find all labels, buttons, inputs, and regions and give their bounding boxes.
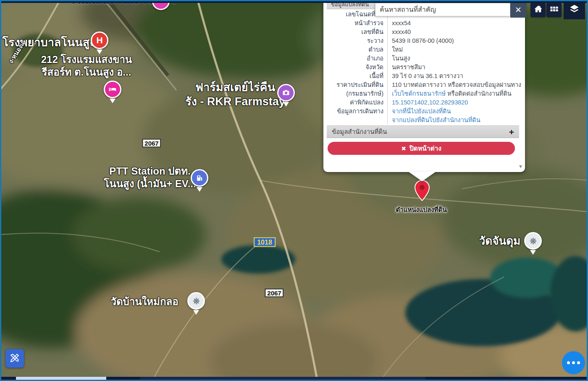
horizontal-scrollbar[interactable] [1, 377, 587, 380]
info-row-label: เลขที่ดิน [327, 28, 387, 37]
info-row-value: นครราชสีมา [387, 63, 519, 72]
info-text: หรือติดต่อสำนักงานที่ดิน [446, 90, 512, 97]
info-text: นครราชสีมา [392, 64, 425, 70]
drawing-tools-button[interactable] [5, 349, 24, 368]
info-row-value: ใหม่ [387, 45, 519, 54]
land-office-section-header[interactable]: ข้อมูลสำนักงานที่ดิน + [327, 125, 519, 138]
info-row: ค่าพิกัดแปลง15.15071402,102.28293820 [327, 98, 519, 107]
info-row: เลขที่ดินxxxx40 [327, 28, 519, 37]
info-row-value: xxxx40 [387, 28, 519, 37]
parcel-location-label: ตำแหน่งแปลงที่ดิน [396, 205, 447, 215]
info-text: 5439 II 0876-00 (4000) [392, 37, 454, 44]
scroll-down-icon[interactable]: ▾ [519, 163, 522, 170]
fuel-icon [191, 169, 208, 187]
info-row: ตำบลใหม่ [327, 45, 519, 54]
info-row-label: ค่าพิกัดแปลง [327, 98, 387, 107]
info-row-value: 39 ไร่ 0 งาน 36.1 ตารางวา [387, 72, 519, 81]
bed-icon [104, 81, 121, 98]
info-row-value: 110 บาทต่อตารางวา หรือตรวจสอบข้อมูลผ่านท… [387, 81, 521, 98]
grid-icon [549, 4, 559, 16]
info-link[interactable]: 15.15071402,102.28293820 [392, 99, 468, 106]
letter-icon: H [91, 31, 108, 49]
info-row-value: 15.15071402,102.28293820 [387, 98, 519, 107]
close-window-label: ปิดหน้าต่าง [410, 143, 441, 154]
info-row-label: ราคาประเมินที่ดิน(กรมธนารักษ์) [327, 81, 387, 98]
info-row-label: หน้าสำรวจ [327, 19, 387, 28]
more-options-button[interactable] [562, 351, 585, 374]
search-input[interactable] [375, 3, 510, 16]
search-close-button[interactable]: ✕ [510, 2, 526, 18]
info-row-value: จากที่นี่ไปยังแปลงที่ดินจากแปลงที่ดินไปย… [387, 107, 519, 125]
parcel-info-rows: เลขโฉนดที่ดินหน้าสำรวจxxxx54เลขที่ดินxxx… [327, 10, 519, 125]
scrollbar-thumb[interactable] [16, 377, 106, 380]
pin-tail [197, 187, 202, 192]
pin-tail [283, 102, 289, 107]
layers-icon [569, 3, 580, 16]
search-box [375, 3, 510, 16]
home-icon [533, 4, 543, 16]
top-edge-bar [0, 0, 588, 3]
route-shield: 2067 [142, 139, 161, 148]
parcel-location-pin[interactable] [414, 180, 430, 203]
info-row-label: ข้อมูลการเดินทาง [327, 107, 387, 125]
info-row: ราคาประเมินที่ดิน(กรมธนารักษ์)110 บาทต่อ… [327, 81, 519, 98]
info-text: โนนสูง [392, 55, 410, 62]
pin-tail [193, 310, 199, 315]
info-link[interactable]: จากที่นี่ไปยังแปลงที่ดิน [392, 108, 451, 115]
wheel-icon [524, 232, 542, 250]
info-row-label: อำเภอ [327, 54, 387, 63]
info-row-value: โนนสูง [387, 54, 519, 63]
info-row: เนื้อที่39 ไร่ 0 งาน 36.1 ตารางวา [327, 72, 519, 81]
home-button[interactable] [530, 3, 546, 17]
info-row-label: เนื้อที่ [327, 72, 387, 81]
close-x-icon: ✖ [401, 145, 406, 152]
ruler-pencil-icon [9, 352, 21, 365]
land-office-section-title: ข้อมูลสำนักงานที่ดิน [332, 127, 387, 137]
expand-plus-icon[interactable]: + [509, 128, 514, 136]
wheel-icon [187, 292, 205, 310]
route-shield: 1018 [254, 237, 276, 247]
ellipsis-icon [567, 361, 570, 364]
panel-pointer-tail [408, 172, 436, 181]
info-row: หน้าสำรวจxxxx54 [327, 19, 519, 28]
info-row-value: 5439 II 0876-00 (4000) [387, 37, 519, 45]
info-text: xxxx40 [392, 29, 411, 35]
parcel-info-panel: ข้อมูลแปลงที่ดิน เลขโฉนดที่ดินหน้าสำรวจx… [323, 0, 525, 172]
info-text: 39 ไร่ 0 งาน 36.1 ตารางวา [392, 73, 463, 79]
info-row: ข้อมูลการเดินทางจากที่นี่ไปยังแปลงที่ดิน… [327, 107, 519, 125]
pin-tail [97, 50, 102, 54]
info-row: จังหวัดนครราชสีมา [327, 63, 519, 72]
info-text: 110 บาทต่อตารางวา หรือตรวจสอบข้อมูลผ่านท… [392, 81, 521, 88]
route-shield: 2067 [265, 289, 284, 297]
info-text: xxxx54 [392, 20, 411, 26]
info-link[interactable]: เว็บไซต์กรมธนารักษ์ [392, 90, 446, 97]
info-row-label: ระวาง [327, 37, 387, 45]
map-app-window: Attitude Kho resortโรงพยาบาลโนนสูง212 โร… [0, 0, 588, 381]
grid-button[interactable] [546, 3, 562, 17]
info-row: อำเภอโนนสูง [327, 54, 519, 63]
info-row-label: ตำบล [327, 45, 387, 54]
info-link[interactable]: จากแปลงที่ดินไปยังสำนักงานที่ดิน [392, 117, 480, 123]
info-row: ระวาง5439 II 0876-00 (4000) [327, 37, 519, 45]
pin-tail [110, 99, 116, 103]
camera-icon [277, 84, 295, 102]
close-window-button[interactable]: ✖ ปิดหน้าต่าง [328, 142, 515, 155]
info-row-value: xxxx54 [387, 19, 519, 28]
info-row-label: จังหวัด [327, 63, 387, 72]
pin-tail [530, 250, 536, 255]
info-text: ใหม่ [392, 46, 403, 53]
